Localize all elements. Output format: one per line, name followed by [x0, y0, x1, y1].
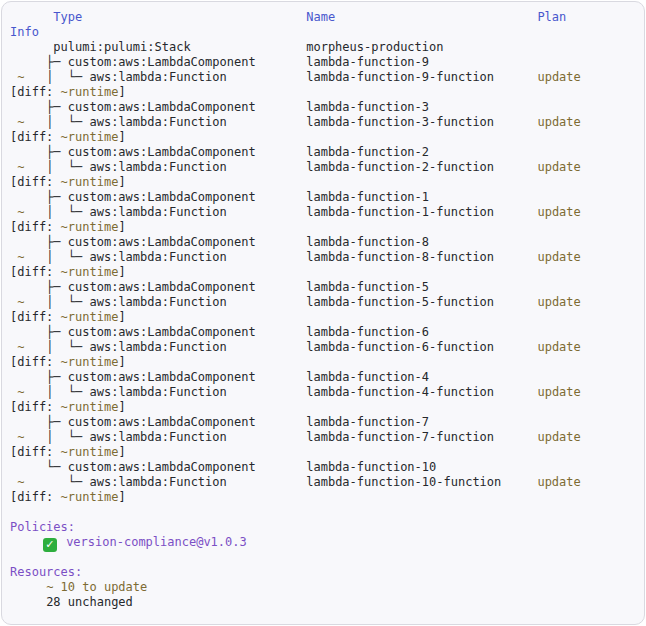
resource-type: └─ custom:aws:LambdaComponent lambda-fun… — [10, 460, 436, 474]
blank-line — [10, 505, 638, 520]
header-line: Type Name Plan — [10, 10, 638, 25]
resource-row: ├─ custom:aws:LambdaComponent lambda-fun… — [10, 235, 638, 250]
plan-label: update — [537, 205, 580, 219]
terminal-text — [494, 430, 537, 444]
resource-type: │ └─ aws:lambda:Function lambda-function… — [24, 115, 494, 129]
diff-property: ~runtime — [61, 445, 119, 459]
terminal-text — [501, 475, 537, 489]
resources-heading: Resources: — [10, 565, 82, 579]
diff-info: ] — [118, 310, 125, 324]
resource-type: ├─ custom:aws:LambdaComponent lambda-fun… — [10, 100, 429, 114]
diff-info: ] — [118, 490, 125, 504]
resource-row: ├─ custom:aws:LambdaComponent lambda-fun… — [10, 145, 638, 160]
resource-summary: 28 unchanged — [46, 595, 133, 609]
resource-row: ├─ custom:aws:LambdaComponent lambda-fun… — [10, 370, 638, 385]
diff-wrap-line: [diff: ~runtime] — [10, 220, 638, 235]
resource-summary: ~ 10 to update — [46, 580, 147, 594]
resource-row: ├─ custom:aws:LambdaComponent lambda-fun… — [10, 280, 638, 295]
resource-row: └─ custom:aws:LambdaComponent lambda-fun… — [10, 460, 638, 475]
column-header-info: Info — [10, 25, 39, 39]
diff-property: ~runtime — [61, 175, 119, 189]
policies-heading: Policies: — [10, 520, 75, 534]
resource-row: pulumi:pulumi:Stack morpheus-production — [10, 40, 638, 55]
diff-info: [diff: — [10, 355, 61, 369]
resource-row: ~ │ └─ aws:lambda:Function lambda-functi… — [10, 70, 638, 85]
resource-type: │ └─ aws:lambda:Function lambda-function… — [24, 250, 494, 264]
resource-type: ├─ custom:aws:LambdaComponent lambda-fun… — [10, 280, 429, 294]
policy-pass-check-icon: ✓ — [43, 538, 57, 552]
diff-wrap-line: [diff: ~runtime] — [10, 490, 638, 505]
policy-name: version-compliance@v1.0.3 — [59, 535, 247, 549]
resource-row: ~ └─ aws:lambda:Function lambda-function… — [10, 475, 638, 490]
resource-type: │ └─ aws:lambda:Function lambda-function… — [24, 160, 494, 174]
diff-info: ] — [118, 355, 125, 369]
terminal-text — [494, 205, 537, 219]
plan-label: update — [537, 70, 580, 84]
resource-row: ~ │ └─ aws:lambda:Function lambda-functi… — [10, 295, 638, 310]
blank-line — [10, 550, 638, 565]
diff-info: ] — [118, 265, 125, 279]
diff-wrap-line: [diff: ~runtime] — [10, 130, 638, 145]
resource-type: │ └─ aws:lambda:Function lambda-function… — [24, 295, 494, 309]
diff-info: [diff: — [10, 445, 61, 459]
diff-info: [diff: — [10, 130, 61, 144]
resource-row: ├─ custom:aws:LambdaComponent lambda-fun… — [10, 325, 638, 340]
diff-info: ] — [118, 220, 125, 234]
resource-type: │ └─ aws:lambda:Function lambda-function… — [24, 205, 494, 219]
plan-label: update — [537, 475, 580, 489]
diff-property: ~runtime — [61, 310, 119, 324]
resource-row: ~ │ └─ aws:lambda:Function lambda-functi… — [10, 340, 638, 355]
resource-row: ├─ custom:aws:LambdaComponent lambda-fun… — [10, 100, 638, 115]
diff-info: ] — [118, 445, 125, 459]
plan-label: update — [537, 250, 580, 264]
resource-type: pulumi:pulumi:Stack morpheus-production — [10, 40, 443, 54]
summary-line: ~ 10 to update — [10, 580, 638, 595]
resource-type: │ └─ aws:lambda:Function lambda-function… — [24, 385, 494, 399]
resource-row: ~ │ └─ aws:lambda:Function lambda-functi… — [10, 205, 638, 220]
plan-label: update — [537, 160, 580, 174]
diff-wrap-line: [diff: ~runtime] — [10, 85, 638, 100]
resource-type: ├─ custom:aws:LambdaComponent lambda-fun… — [10, 325, 429, 339]
diff-info: ] — [118, 400, 125, 414]
resources-line: Resources: — [10, 565, 638, 580]
diff-info: ] — [118, 130, 125, 144]
terminal-text — [494, 295, 537, 309]
diff-info: ] — [118, 85, 125, 99]
resource-type: └─ aws:lambda:Function lambda-function-1… — [24, 475, 501, 489]
resource-type: ├─ custom:aws:LambdaComponent lambda-fun… — [10, 415, 429, 429]
plan-label: update — [537, 430, 580, 444]
diff-wrap-line: [diff: ~runtime] — [10, 265, 638, 280]
diff-info: [diff: — [10, 265, 61, 279]
resource-type: ├─ custom:aws:LambdaComponent lambda-fun… — [10, 55, 429, 69]
column-headers: Type Name Plan — [10, 10, 566, 24]
terminal-output: Type Name PlanInfo pulumi:pulumi:Stack m… — [10, 10, 638, 610]
resource-type: ├─ custom:aws:LambdaComponent lambda-fun… — [10, 190, 429, 204]
diff-property: ~runtime — [61, 265, 119, 279]
terminal-text — [494, 250, 537, 264]
diff-property: ~runtime — [61, 85, 119, 99]
resource-row: ├─ custom:aws:LambdaComponent lambda-fun… — [10, 415, 638, 430]
resource-row: ~ │ └─ aws:lambda:Function lambda-functi… — [10, 385, 638, 400]
diff-wrap-line: [diff: ~runtime] — [10, 310, 638, 325]
diff-wrap-line: [diff: ~runtime] — [10, 400, 638, 415]
terminal-text — [494, 385, 537, 399]
resource-row: ~ │ └─ aws:lambda:Function lambda-functi… — [10, 250, 638, 265]
resource-row: ~ │ └─ aws:lambda:Function lambda-functi… — [10, 160, 638, 175]
diff-info: [diff: — [10, 490, 61, 504]
terminal-text — [10, 550, 17, 564]
plan-label: update — [537, 295, 580, 309]
summary-line: 28 unchanged — [10, 595, 638, 610]
diff-info: [diff: — [10, 85, 61, 99]
diff-wrap-line: [diff: ~runtime] — [10, 445, 638, 460]
diff-wrap-line: [diff: ~runtime] — [10, 175, 638, 190]
resource-type: ├─ custom:aws:LambdaComponent lambda-fun… — [10, 145, 429, 159]
policy-item-line: ✓ version-compliance@v1.0.3 — [10, 535, 638, 550]
terminal-text — [10, 595, 46, 609]
diff-info: ] — [118, 175, 125, 189]
diff-property: ~runtime — [61, 400, 119, 414]
diff-property: ~runtime — [61, 130, 119, 144]
resource-row: ├─ custom:aws:LambdaComponent lambda-fun… — [10, 55, 638, 70]
diff-property: ~runtime — [61, 355, 119, 369]
diff-info: [diff: — [10, 400, 61, 414]
terminal-panel: Type Name PlanInfo pulumi:pulumi:Stack m… — [1, 1, 645, 625]
